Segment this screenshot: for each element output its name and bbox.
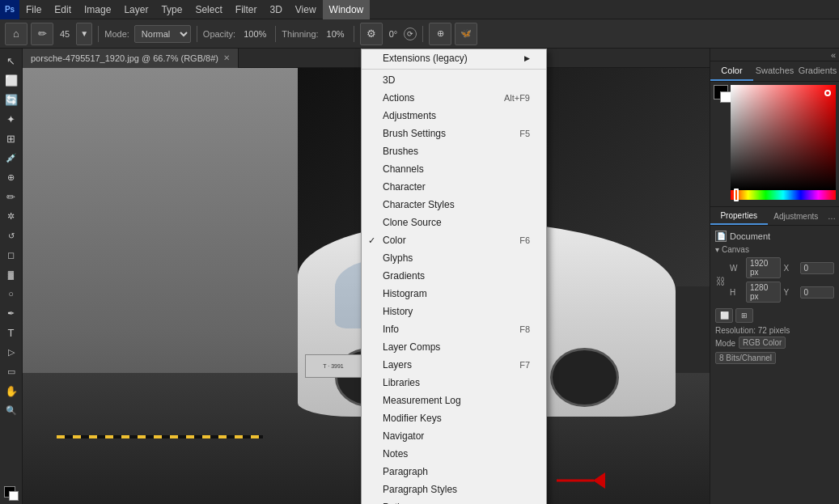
paths-item[interactable]: Paths	[362, 498, 546, 504]
info-item[interactable]: InfoF8	[362, 320, 546, 338]
menu-3d[interactable]: 3D	[263, 0, 288, 19]
navigator-label: Navigator	[383, 430, 424, 442]
tab-color[interactable]: Color	[710, 61, 753, 81]
document-icon: 📄	[715, 231, 727, 242]
mode-label-props: Mode	[715, 339, 735, 348]
color-picker-cursor	[824, 90, 831, 96]
document-tab[interactable]: porsche-4795517_1920.jpg @ 66.7% (RGB/8#…	[23, 49, 239, 68]
tab-properties[interactable]: Properties	[710, 207, 768, 225]
hue-cursor	[734, 188, 739, 201]
gradients-item[interactable]: Gradients	[362, 267, 546, 285]
symmetry-btn[interactable]: ⊕	[429, 23, 451, 45]
background-color-swatch[interactable]	[720, 91, 731, 103]
modifier-keys-item[interactable]: Modifier Keys	[362, 409, 546, 427]
tab-gradients[interactable]: Gradients	[796, 61, 839, 81]
y-value[interactable]: 0	[800, 286, 835, 299]
settings-btn[interactable]: ⚙	[360, 23, 383, 45]
color-item[interactable]: ColorF6	[362, 231, 546, 249]
type-tool[interactable]: T	[2, 324, 20, 341]
chain-link-icon[interactable]: ⛓	[715, 273, 727, 290]
menu-bar: Ps File Edit Image Layer Type Select Fil…	[0, 0, 839, 19]
color-picker-gradient[interactable]	[731, 85, 836, 190]
layers-label: Layers	[383, 359, 412, 371]
menu-view[interactable]: View	[289, 0, 323, 19]
layer-comps-item[interactable]: Layer Comps	[362, 338, 546, 356]
width-value[interactable]: 1920 px	[746, 257, 781, 278]
tab-adjustments[interactable]: Adjustments	[768, 207, 825, 225]
actions-item[interactable]: ActionsAlt+F9	[362, 89, 546, 107]
history-item[interactable]: History	[362, 303, 546, 320]
properties-panel: Properties Adjustments … 📄 Document ▾ Ca…	[710, 207, 839, 504]
character-styles-item[interactable]: Character Styles	[362, 196, 546, 214]
menu-type[interactable]: Type	[155, 0, 189, 19]
app-icon: Ps	[0, 0, 19, 19]
eraser-tool[interactable]: ◻	[2, 246, 20, 264]
menu-filter[interactable]: Filter	[229, 0, 264, 19]
brushes-item[interactable]: Brushes	[362, 142, 546, 160]
brush-tool[interactable]: ✏	[2, 188, 20, 205]
shape-tool[interactable]: ▭	[2, 362, 20, 380]
glyphs-item[interactable]: Glyphs	[362, 249, 546, 267]
clone-stamp-tool[interactable]: ✲	[2, 207, 20, 225]
brush-options-btn[interactable]: ▼	[76, 23, 92, 45]
extensions-arrow: ▶	[524, 54, 530, 62]
menu-layer[interactable]: Layer	[117, 0, 155, 19]
hue-bar[interactable]	[731, 190, 836, 200]
butterfly-btn[interactable]: 🦋	[455, 23, 477, 45]
menu-file[interactable]: File	[19, 0, 48, 19]
foreground-swatch[interactable]	[4, 486, 19, 501]
menu-image[interactable]: Image	[78, 0, 117, 19]
3d-label: 3D	[383, 74, 395, 86]
navigator-item[interactable]: Navigator	[362, 427, 546, 445]
gradient-tool[interactable]: ▓	[2, 265, 20, 283]
pen-tool[interactable]: ✒	[2, 304, 20, 322]
tab-more[interactable]: …	[824, 207, 839, 225]
brush-tool-icon[interactable]: ✏	[31, 23, 53, 45]
menu-window[interactable]: Window	[323, 0, 371, 19]
layers-item[interactable]: LayersF7	[362, 356, 546, 374]
lasso-tool[interactable]: 🔄	[2, 91, 20, 108]
x-value[interactable]: 0	[800, 262, 835, 274]
hand-tool[interactable]: ✋	[2, 382, 20, 400]
canvas-collapse-icon[interactable]: ▾	[715, 245, 719, 254]
measurement-log-item[interactable]: Measurement Log	[362, 392, 546, 409]
extensions-item[interactable]: Extensions (legacy) ▶	[362, 49, 546, 67]
select-marquee-tool[interactable]: ⬜	[2, 71, 20, 89]
collapse-icon[interactable]: «	[831, 50, 836, 60]
red-arrow-icon	[557, 472, 605, 489]
home-btn[interactable]: ⌂	[5, 23, 28, 45]
libraries-item[interactable]: Libraries	[362, 374, 546, 392]
eyedropper-tool[interactable]: 💉	[2, 149, 20, 167]
crop-tool[interactable]: ⊞	[2, 129, 20, 147]
notes-item[interactable]: Notes	[362, 445, 546, 463]
menu-select[interactable]: Select	[189, 0, 228, 19]
spot-heal-tool[interactable]: ⊕	[2, 168, 20, 186]
opacity-value: 100%	[244, 29, 266, 39]
menu-edit[interactable]: Edit	[48, 0, 78, 19]
path-select-tool[interactable]: ▷	[2, 343, 20, 361]
histogram-item[interactable]: Histogram	[362, 285, 546, 303]
magic-wand-tool[interactable]: ✦	[2, 110, 20, 128]
dodge-tool[interactable]: ○	[2, 285, 20, 303]
zoom-tool[interactable]: 🔍	[2, 401, 20, 419]
canvas-size-btn[interactable]: ⬜	[715, 308, 733, 323]
move-tool[interactable]: ↖	[2, 52, 20, 70]
history-label: History	[383, 306, 413, 317]
channels-item[interactable]: Channels	[362, 160, 546, 178]
bit-depth-value: 8 Bits/Channel	[715, 352, 776, 364]
brush-settings-item[interactable]: Brush SettingsF5	[362, 125, 546, 142]
mode-dropdown[interactable]: Normal	[134, 25, 191, 43]
tab-close-btn[interactable]: ✕	[223, 53, 230, 62]
paragraph-styles-item[interactable]: Paragraph Styles	[362, 481, 546, 498]
paragraph-item[interactable]: Paragraph	[362, 463, 546, 481]
tab-swatches[interactable]: Swatches	[753, 61, 796, 81]
character-item[interactable]: Character	[362, 178, 546, 196]
3d-item[interactable]: 3D	[362, 71, 546, 89]
canvas-action-icons: ⬜ ⊞	[715, 308, 834, 323]
history-brush-tool[interactable]: ↺	[2, 227, 20, 244]
paragraph-label: Paragraph	[383, 466, 428, 477]
adjustments-item[interactable]: Adjustments	[362, 107, 546, 125]
image-size-btn[interactable]: ⊞	[735, 308, 753, 323]
height-value[interactable]: 1280 px	[746, 282, 781, 303]
clone-source-item[interactable]: Clone Source	[362, 214, 546, 231]
